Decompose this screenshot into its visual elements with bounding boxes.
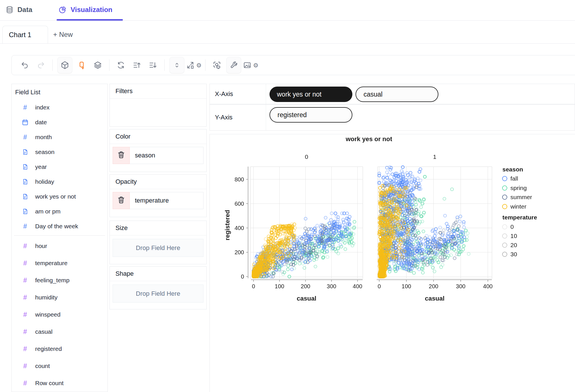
tab-data[interactable]: Data bbox=[6, 3, 32, 16]
database-icon bbox=[6, 5, 13, 14]
color-panel[interactable]: Color season bbox=[109, 129, 207, 172]
scatter-plot-canvas[interactable] bbox=[210, 134, 575, 392]
field-item-year[interactable]: year bbox=[12, 159, 107, 174]
axes-resize-icon bbox=[173, 61, 181, 69]
x-axis-title: casual bbox=[297, 295, 316, 302]
legend-title-season: season bbox=[502, 166, 523, 173]
field-item-label: work yes or not bbox=[35, 193, 76, 200]
field-item-temperature[interactable]: #temperature bbox=[12, 255, 107, 272]
field-item-humidity[interactable]: #humidity bbox=[12, 289, 107, 306]
legend-label-fall: fall bbox=[510, 175, 518, 182]
field-list-divider bbox=[14, 235, 105, 236]
transpose-button[interactable] bbox=[114, 59, 127, 72]
text-field-icon bbox=[21, 193, 29, 200]
field-item-index[interactable]: #index bbox=[12, 100, 107, 115]
field-item-month[interactable]: #month bbox=[12, 130, 107, 145]
filters-panel[interactable]: Filters bbox=[109, 84, 207, 127]
field-item-work-yes-or-not[interactable]: work yes or not bbox=[12, 189, 107, 204]
field-item-label: feeling_temp bbox=[35, 277, 69, 284]
opacity-panel[interactable]: Opacity temperature bbox=[109, 174, 207, 217]
legend-label-temp-0: 0 bbox=[510, 223, 514, 230]
number-field-icon: # bbox=[21, 133, 29, 141]
transpose-icon bbox=[117, 61, 125, 69]
field-item-hour[interactable]: #hour bbox=[12, 237, 107, 255]
remove-opacity-field-button[interactable] bbox=[113, 192, 130, 209]
field-item-holiday[interactable]: holiday bbox=[12, 174, 107, 189]
stack-layers-button[interactable] bbox=[91, 59, 104, 72]
field-item-registered[interactable]: #registered bbox=[12, 340, 107, 357]
tab-visualization[interactable]: Visualization bbox=[59, 3, 112, 16]
date-field-icon bbox=[21, 119, 29, 126]
y-tick-label: 200 bbox=[235, 249, 244, 255]
x-axis-drop-area[interactable]: work yes or notcasual bbox=[266, 84, 438, 104]
redo-icon bbox=[37, 61, 45, 69]
chart-canvas-panel: work yes or not010200400600800registered… bbox=[209, 134, 575, 392]
shape-drop-zone[interactable]: Drop Field Here bbox=[113, 285, 203, 303]
y-tick-label: 0 bbox=[241, 273, 244, 280]
field-item-date[interactable]: date bbox=[12, 115, 107, 130]
nav-divider bbox=[0, 20, 575, 21]
field-list-panel: Field List #indexdate#monthseasonyearhol… bbox=[11, 84, 108, 392]
axis-pill-casual[interactable]: casual bbox=[356, 87, 438, 102]
x-axis-label: X-Axis bbox=[210, 84, 266, 104]
field-item-label: month bbox=[35, 134, 52, 141]
aggregation-cube-button[interactable] bbox=[57, 57, 72, 73]
field-item-feeling-temp[interactable]: #feeling_temp bbox=[12, 272, 107, 289]
gear-icon: ⚙ bbox=[196, 62, 202, 68]
scale-settings-icon bbox=[186, 61, 195, 69]
pie-chart-icon bbox=[59, 5, 67, 14]
toolbar-divider bbox=[52, 59, 53, 71]
y-axis-row: Y-Axis registered bbox=[209, 104, 575, 131]
field-item-row-count[interactable]: #Row count bbox=[12, 375, 107, 392]
sort-descending-button[interactable] bbox=[146, 59, 159, 72]
color-field-pill[interactable]: season bbox=[113, 147, 203, 164]
active-tab-underline bbox=[57, 19, 123, 21]
sort-ascending-button[interactable] bbox=[130, 59, 143, 72]
y-axis-title: registered bbox=[224, 210, 231, 240]
size-drop-zone[interactable]: Drop Field Here bbox=[113, 239, 203, 257]
size-header: Size bbox=[110, 221, 206, 235]
number-field-icon: # bbox=[21, 311, 29, 319]
trash-icon bbox=[117, 151, 125, 160]
config-wrench-icon bbox=[229, 61, 238, 69]
explain-data-button[interactable] bbox=[210, 59, 223, 72]
remove-color-field-button[interactable] bbox=[113, 147, 130, 164]
field-item-winspeed[interactable]: #winspeed bbox=[12, 306, 107, 323]
chart-tab[interactable]: Chart 1 bbox=[2, 26, 48, 43]
field-item-label: winspeed bbox=[35, 311, 61, 318]
size-panel[interactable]: Size Drop Field Here bbox=[109, 221, 207, 264]
x-tick-label: 400 bbox=[483, 283, 492, 290]
number-field-icon: # bbox=[21, 379, 29, 387]
legend-ring-icon bbox=[502, 224, 507, 229]
axes-resize-button[interactable] bbox=[169, 57, 184, 73]
export-image-icon bbox=[243, 61, 251, 69]
field-item-casual[interactable]: #casual bbox=[12, 323, 107, 340]
painter-button[interactable] bbox=[75, 59, 88, 72]
new-chart-button[interactable]: + New bbox=[53, 26, 73, 43]
field-item-label: casual bbox=[35, 328, 53, 335]
color-field-name[interactable]: season bbox=[130, 147, 203, 164]
number-field-icon: # bbox=[21, 104, 29, 111]
field-item-season[interactable]: season bbox=[12, 145, 107, 159]
field-item-day-of-the-week[interactable]: #Day of the week bbox=[12, 219, 107, 234]
redo-button[interactable] bbox=[34, 59, 47, 72]
y-axis-drop-area[interactable]: registered bbox=[266, 105, 352, 130]
export-image-button[interactable]: ⚙ bbox=[244, 59, 257, 72]
axis-pill-registered[interactable]: registered bbox=[269, 107, 352, 123]
text-field-icon bbox=[21, 163, 29, 170]
legend-label-spring: spring bbox=[510, 185, 527, 191]
shape-panel[interactable]: Shape Drop Field Here bbox=[109, 266, 207, 309]
axis-pill-work-yes-or-not[interactable]: work yes or not bbox=[269, 87, 352, 102]
legend-ring-icon bbox=[502, 185, 507, 191]
config-wrench-button[interactable] bbox=[226, 57, 241, 73]
opacity-field-pill[interactable]: temperature bbox=[113, 192, 203, 209]
filters-header: Filters bbox=[110, 84, 206, 99]
field-item-am-or-pm[interactable]: am or pm bbox=[12, 204, 107, 219]
scale-settings-button[interactable]: ⚙ bbox=[187, 59, 200, 72]
number-field-icon: # bbox=[21, 345, 29, 353]
field-item-count[interactable]: #count bbox=[12, 357, 107, 375]
opacity-field-name[interactable]: temperature bbox=[130, 192, 203, 209]
gear-icon: ⚙ bbox=[253, 62, 259, 68]
x-tick-label: 400 bbox=[353, 283, 362, 290]
undo-button[interactable] bbox=[18, 59, 31, 72]
